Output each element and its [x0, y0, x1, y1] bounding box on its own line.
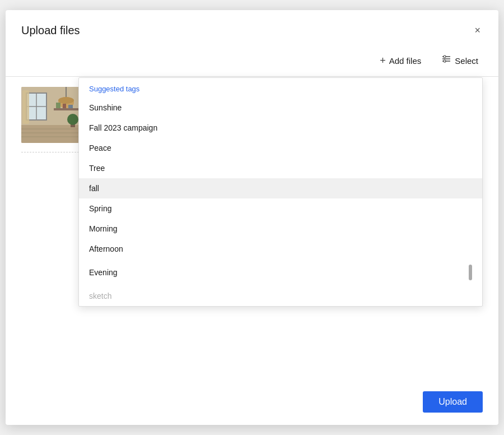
tag-dropdown: Suggested tags Sunshine Fall 2023 campai… — [78, 77, 483, 307]
svg-point-3 — [444, 55, 446, 58]
dropdown-item-label: Afternoon — [89, 244, 123, 253]
svg-rect-6 — [21, 125, 83, 143]
dropdown-item[interactable]: Morning — [79, 219, 482, 239]
dropdown-item[interactable]: Afternoon — [79, 239, 482, 259]
dialog-header: Upload files × — [6, 10, 498, 48]
svg-point-4 — [444, 60, 446, 62]
toolbar: + Add files Select — [6, 48, 498, 77]
dropdown-item[interactable]: Evening — [79, 259, 482, 286]
dropdown-item-label: fall — [89, 184, 99, 193]
scrollbar — [469, 265, 472, 280]
plus-icon: + — [380, 55, 386, 67]
file-list: afternoon.png interior × — [6, 77, 498, 381]
dropdown-item[interactable]: sketch — [79, 286, 482, 306]
dropdown-item[interactable]: Peace — [79, 138, 482, 158]
dropdown-item-label: Fall 2023 campaign — [89, 123, 157, 132]
dropdown-item-label: Evening — [89, 268, 118, 277]
select-label: Select — [455, 56, 478, 66]
svg-point-23 — [67, 114, 78, 125]
dropdown-item[interactable]: Spring — [79, 198, 482, 219]
dropdown-item[interactable]: Tree — [79, 158, 482, 178]
select-icon — [441, 54, 451, 67]
dropdown-item[interactable]: Sunshine — [79, 98, 482, 118]
close-button[interactable]: × — [472, 22, 483, 39]
dropdown-item-label: Sunshine — [89, 103, 122, 112]
select-button[interactable]: Select — [437, 52, 483, 70]
svg-rect-21 — [68, 105, 73, 108]
dropdown-item-label: Peace — [89, 144, 111, 152]
dropdown-item-label: Spring — [89, 204, 111, 213]
svg-rect-14 — [22, 90, 29, 124]
file-thumbnail — [21, 87, 83, 143]
dropdown-item-highlighted[interactable]: fall — [79, 178, 482, 198]
svg-point-17 — [58, 97, 74, 104]
svg-rect-19 — [56, 103, 60, 108]
suggested-tags-label: Suggested tags — [79, 78, 482, 98]
add-files-button[interactable]: + Add files — [375, 53, 426, 69]
svg-rect-20 — [63, 104, 66, 108]
add-files-label: Add files — [389, 56, 422, 66]
upload-dialog: Upload files × + Add files Select — [6, 10, 498, 425]
dropdown-item-label: Morning — [89, 224, 118, 233]
upload-button[interactable]: Upload — [423, 391, 483, 413]
dropdown-item-label: Tree — [89, 164, 105, 173]
dropdown-item-label: sketch — [89, 291, 111, 300]
dialog-footer: Upload — [6, 381, 498, 425]
dropdown-item[interactable]: Fall 2023 campaign — [79, 118, 482, 138]
svg-rect-18 — [54, 108, 81, 110]
dialog-title: Upload files — [21, 24, 80, 37]
